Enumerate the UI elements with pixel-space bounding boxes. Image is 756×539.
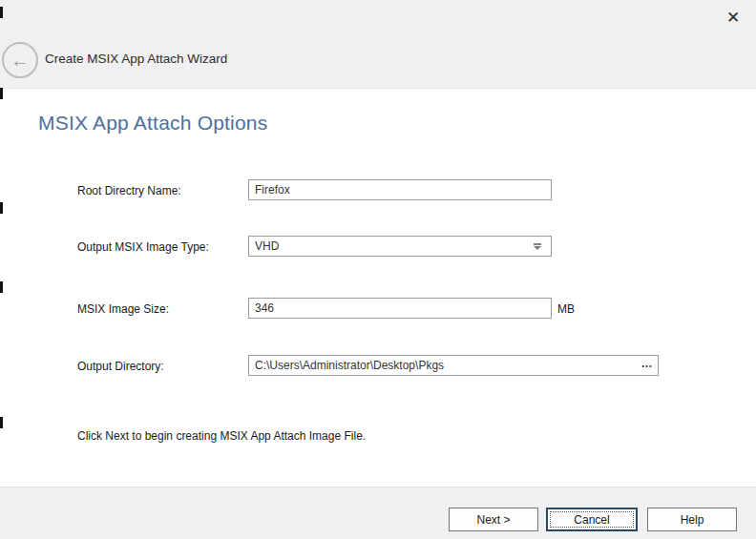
next-button[interactable]: Next > [449,508,538,531]
next-instruction-text: Click Next to begin creating MSIX App At… [77,429,366,443]
cancel-button[interactable]: Cancel [546,508,638,531]
left-edge-artifact [0,417,3,428]
root-directory-name-input[interactable] [248,179,552,200]
left-edge-artifact [0,202,3,214]
output-directory-field: … [248,355,659,376]
left-edge-artifact [0,7,3,18]
page-title: MSIX App Attach Options [38,112,267,135]
msix-image-size-input[interactable] [248,298,552,319]
browse-icon[interactable]: … [637,356,658,375]
left-edge-artifact [0,88,3,99]
back-button[interactable]: ← [2,42,38,78]
chevron-down-icon [533,243,541,250]
back-arrow-icon: ← [10,51,30,70]
help-button[interactable]: Help [647,508,737,531]
output-directory-input[interactable] [249,356,637,375]
wizard-window: ✕ ← Create MSIX App Attach Wizard MSIX A… [0,0,756,539]
close-icon[interactable]: ✕ [722,6,745,29]
output-directory-label: Output Directory: [77,360,164,373]
msix-image-size-unit: MB [557,302,575,316]
output-msix-image-type-label: Output MSIX Image Type: [77,240,209,254]
msix-image-size-label: MSIX Image Size: [77,302,169,316]
root-directory-name-label: Root Directry Name: [77,184,181,197]
wizard-footer: Next > Cancel Help [0,487,756,539]
output-msix-image-type-value: VHD [255,239,533,253]
wizard-title: Create MSIX App Attach Wizard [45,52,227,66]
left-edge-artifact [0,281,3,293]
output-msix-image-type-dropdown[interactable]: VHD [248,236,552,257]
wizard-content: MSIX App Attach Options Root Directry Na… [0,89,756,487]
wizard-header: ✕ ← Create MSIX App Attach Wizard [0,0,756,89]
